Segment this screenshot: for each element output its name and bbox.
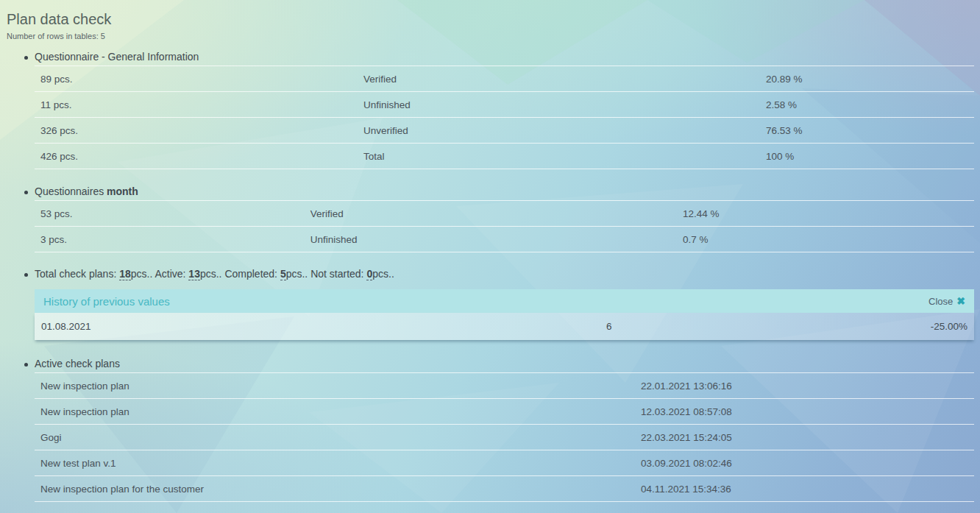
status-cell: Unfinished xyxy=(363,99,766,110)
page-title: Plan data check xyxy=(7,10,974,28)
close-icon: ✖ xyxy=(956,295,965,307)
plan-name-cell: New inspection plan xyxy=(40,406,641,417)
datetime-cell: 22.03.2021 15:24:05 xyxy=(641,432,974,443)
table-row: 89 pcs. Verified 20.89 % xyxy=(35,66,974,92)
page-content: Plan data check Number of rows in tables… xyxy=(0,0,980,513)
plan-name-cell: New inspection plan xyxy=(40,381,641,392)
totals-suffix: pcs.. xyxy=(131,268,155,280)
total-plans-value[interactable]: 18 xyxy=(119,268,131,280)
table-row: New inspection plan 22.01.2021 13:06:16 xyxy=(35,373,974,399)
percent-cell: 76.53 % xyxy=(766,125,974,136)
plan-name-cell: New inspection plan for the customer xyxy=(40,484,641,495)
heading-label: Questionnaire - General Information xyxy=(35,51,199,63)
totals-suffix: pcs.. xyxy=(200,268,224,280)
totals-label: Completed: xyxy=(224,268,280,280)
table-row: New inspection plan for the customer 04.… xyxy=(35,476,974,502)
table-row: New test plan v.1 03.09.2021 08:02:46 xyxy=(35,450,974,476)
close-button-label: Close xyxy=(928,296,953,307)
status-cell: Unverified xyxy=(363,125,766,136)
percent-cell: 12.44 % xyxy=(683,208,974,219)
count-cell: 89 pcs. xyxy=(40,74,363,85)
table-row: 426 pcs. Total 100 % xyxy=(35,144,974,169)
history-panel-header: History of previous values Close ✖ xyxy=(35,289,974,313)
totals-suffix: pcs.. xyxy=(286,268,310,280)
percent-cell: 20.89 % xyxy=(766,74,974,85)
table-row: New inspection plan 12.03.2021 08:57:08 xyxy=(35,399,974,425)
questionnaire-general-table: 89 pcs. Verified 20.89 % 11 pcs. Unfinis… xyxy=(35,66,974,169)
completed-plans-value[interactable]: 5 xyxy=(280,268,286,280)
table-row: Gogi 22.03.2021 15:24:05 xyxy=(35,425,974,450)
history-percent-cell: -25.00% xyxy=(931,321,967,332)
datetime-cell: 12.03.2021 08:57:08 xyxy=(641,406,974,417)
table-row: 3 pcs. Unfinished 0.7 % xyxy=(35,227,974,252)
plan-data-check-screen: Plan data check Number of rows in tables… xyxy=(0,0,980,513)
datetime-cell: 22.01.2021 13:06:16 xyxy=(641,381,974,392)
count-cell: 53 pcs. xyxy=(40,208,310,219)
datetime-cell: 03.09.2021 08:02:46 xyxy=(641,458,974,469)
check-plans-totals: Total check plans: 18pcs.. Active: 13pcs… xyxy=(6,267,974,281)
count-cell: 11 pcs. xyxy=(40,99,363,110)
history-row: 01.08.2021 6 -25.00% xyxy=(35,313,974,340)
active-check-plans-table: New inspection plan 22.01.2021 13:06:16 … xyxy=(35,372,974,502)
totals-suffix: pcs.. xyxy=(372,268,394,280)
table-row: 53 pcs. Verified 12.44 % xyxy=(35,201,974,227)
count-cell: 326 pcs. xyxy=(40,125,363,136)
section-heading-questionnaire-general: Questionnaire - General Information xyxy=(6,50,974,64)
heading-label: Questionnaires xyxy=(35,185,107,197)
status-cell: Unfinished xyxy=(310,234,683,245)
plan-name-cell: Gogi xyxy=(40,432,641,443)
percent-cell: 0.7 % xyxy=(683,234,974,245)
active-plans-value[interactable]: 13 xyxy=(188,268,200,280)
section-heading-active-check-plans: Active check plans xyxy=(6,357,974,371)
history-value-cell: 6 xyxy=(606,321,931,332)
count-cell: 3 pcs. xyxy=(40,234,310,245)
plan-name-cell: New test plan v.1 xyxy=(40,458,641,469)
history-date-cell: 01.08.2021 xyxy=(41,321,606,332)
table-row: 11 pcs. Unfinished 2.58 % xyxy=(35,92,974,118)
percent-cell: 2.58 % xyxy=(766,99,974,110)
row-count-subtitle: Number of rows in tables: 5 xyxy=(7,31,974,41)
count-cell: 426 pcs. xyxy=(40,151,363,162)
status-cell: Verified xyxy=(310,208,683,219)
totals-label: Not started: xyxy=(310,268,366,280)
datetime-cell: 04.11.2021 15:34:36 xyxy=(641,484,974,495)
section-heading-questionnaires-month: Questionnaires month xyxy=(6,185,974,199)
totals-label: Total check plans: xyxy=(35,268,119,280)
table-row: 326 pcs. Unverified 76.53 % xyxy=(35,118,974,144)
percent-cell: 100 % xyxy=(766,151,974,162)
history-panel: History of previous values Close ✖ 01.08… xyxy=(35,289,974,340)
close-button[interactable]: Close ✖ xyxy=(928,295,965,307)
status-cell: Verified xyxy=(363,74,766,85)
questionnaires-month-table: 53 pcs. Verified 12.44 % 3 pcs. Unfinish… xyxy=(35,200,974,252)
history-panel-title: History of previous values xyxy=(43,295,928,308)
heading-label: Active check plans xyxy=(35,358,120,369)
totals-label: Active: xyxy=(155,268,188,280)
status-cell: Total xyxy=(363,151,766,162)
heading-bold-label: month xyxy=(107,185,138,197)
